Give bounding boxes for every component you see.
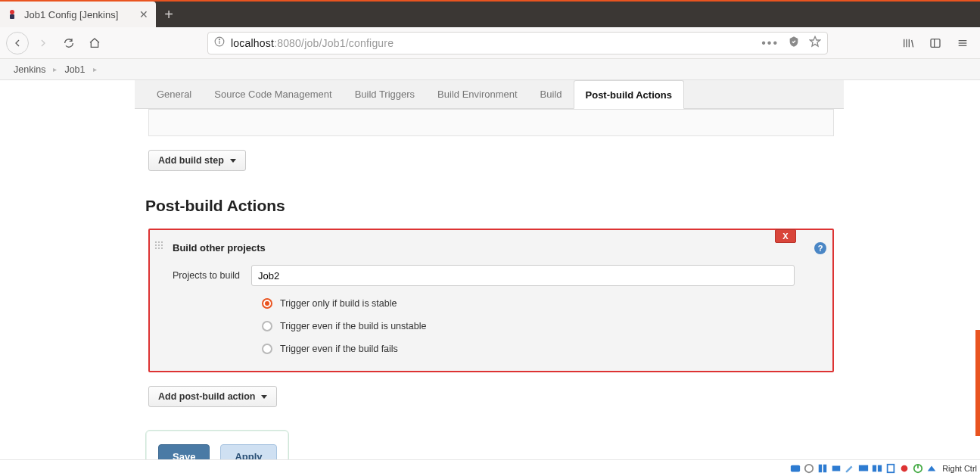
vm-clipboard-icon[interactable]	[885, 462, 897, 474]
sidebar-icon[interactable]	[924, 32, 947, 54]
add-post-build-action-button[interactable]: Add post-build action	[148, 386, 277, 407]
vm-keyboard-icon[interactable]	[926, 462, 938, 474]
radio-unstable[interactable]: Trigger even if the build is unstable	[262, 321, 820, 331]
svg-rect-10	[791, 465, 800, 471]
svg-rect-13	[823, 464, 826, 472]
tab-title: Job1 Config [Jenkins]	[24, 9, 133, 20]
browser-tabbar: Job1 Config [Jenkins] ✕ +	[0, 0, 980, 27]
vm-power-icon[interactable]	[912, 462, 924, 474]
svg-rect-16	[873, 465, 876, 471]
forward-button	[32, 32, 54, 54]
close-tab-icon[interactable]: ✕	[139, 8, 148, 20]
svg-rect-17	[878, 465, 882, 471]
radio-icon[interactable]	[262, 344, 272, 354]
svg-rect-15	[859, 465, 868, 471]
reload-button[interactable]	[58, 32, 80, 54]
svg-point-0	[10, 10, 14, 14]
tab-scm[interactable]: Source Code Management	[203, 80, 343, 108]
left-gutter	[0, 80, 135, 459]
browser-toolbar: localhost:8080/job/Job1/configure •••	[0, 27, 980, 59]
home-button[interactable]	[83, 32, 106, 54]
projects-to-build-input[interactable]	[251, 265, 795, 286]
build-steps-panel	[148, 109, 834, 136]
svg-rect-1	[10, 14, 14, 19]
radio-label: Trigger even if the build fails	[280, 344, 398, 354]
vm-usb-icon[interactable]	[817, 462, 829, 474]
delete-block-button[interactable]: X	[775, 229, 796, 243]
vm-shared-icon[interactable]	[830, 462, 842, 474]
tab-post-build[interactable]: Post-build Actions	[574, 80, 684, 109]
url-bar[interactable]: localhost:8080/job/Job1/configure •••	[207, 32, 828, 54]
post-build-block-build-other-projects: Build other projects X ? Projects to bui…	[148, 229, 834, 372]
tab-env[interactable]: Build Environment	[426, 80, 529, 108]
radio-fails[interactable]: Trigger even if the build fails	[262, 344, 820, 354]
vm-status-bar: Right Ctrl	[0, 459, 980, 476]
vm-disk-icon[interactable]	[789, 462, 801, 474]
vm-display-icon[interactable]	[857, 462, 870, 474]
caret-down-icon	[230, 159, 236, 163]
url-text: localhost:8080/job/Job1/configure	[231, 37, 394, 49]
scroll-indicator	[975, 330, 980, 436]
chevron-right-icon: ▸	[53, 65, 57, 73]
radio-icon[interactable]	[262, 321, 272, 331]
add-post-build-label: Add post-build action	[158, 391, 255, 402]
section-title-post-build: Post-build Actions	[145, 197, 844, 215]
tab-triggers[interactable]: Build Triggers	[344, 80, 426, 108]
radio-stable[interactable]: Trigger only if build is stable	[262, 298, 820, 309]
svg-point-4	[219, 39, 219, 39]
add-build-step-label: Add build step	[158, 155, 224, 166]
tab-general[interactable]: General	[145, 80, 203, 108]
svg-point-11	[805, 464, 814, 472]
projects-to-build-label: Projects to build	[173, 270, 251, 281]
breadcrumb-root[interactable]: Jenkins	[11, 64, 48, 75]
browser-tab-active[interactable]: Job1 Config [Jenkins] ✕	[0, 2, 156, 27]
radio-label: Trigger even if the build is unstable	[280, 321, 426, 331]
new-tab-button[interactable]: +	[156, 2, 182, 27]
vm-network-icon[interactable]	[871, 462, 883, 474]
radio-label: Trigger only if build is stable	[280, 298, 397, 309]
svg-rect-14	[832, 465, 841, 471]
vm-record-icon[interactable]	[898, 462, 910, 474]
back-button[interactable]	[6, 32, 29, 54]
vm-edit-icon[interactable]	[844, 462, 856, 474]
block-title: Build other projects	[173, 242, 266, 254]
trigger-radio-group: Trigger only if build is stable Trigger …	[262, 298, 820, 354]
site-info-icon[interactable]	[214, 36, 225, 50]
library-icon[interactable]	[897, 32, 919, 54]
breadcrumb-item[interactable]: Job1	[61, 64, 88, 75]
svg-rect-18	[888, 464, 894, 472]
svg-point-19	[901, 465, 908, 471]
menu-icon[interactable]	[951, 32, 974, 54]
help-icon[interactable]: ?	[814, 242, 826, 254]
favicon-icon	[6, 8, 18, 20]
tab-build[interactable]: Build	[529, 80, 574, 108]
vm-host-key-label: Right Ctrl	[942, 464, 977, 473]
config-tabs: General Source Code Management Build Tri…	[135, 80, 844, 109]
breadcrumb: Jenkins ▸ Job1 ▸	[0, 59, 980, 80]
svg-rect-5	[931, 39, 940, 47]
caret-down-icon	[261, 395, 267, 399]
more-icon[interactable]: •••	[761, 36, 779, 50]
vm-optical-icon[interactable]	[803, 462, 815, 474]
shield-icon[interactable]	[788, 36, 800, 51]
bookmark-icon[interactable]	[809, 36, 821, 51]
chevron-right-icon: ▸	[93, 65, 97, 73]
add-build-step-button[interactable]: Add build step	[148, 150, 246, 171]
radio-icon[interactable]	[262, 298, 272, 309]
drag-handle-icon[interactable]	[154, 241, 163, 250]
svg-rect-12	[819, 464, 822, 472]
